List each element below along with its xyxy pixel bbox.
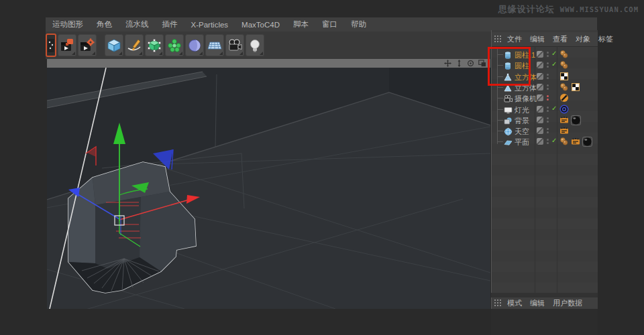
background-object-icon — [504, 116, 512, 124]
grip-icon — [494, 36, 502, 43]
viewport-header — [47, 59, 490, 68]
add-primitive-icon — [107, 38, 121, 53]
menu-item-5[interactable]: X-Particles — [184, 21, 235, 29]
toggle-view-icon[interactable] — [478, 60, 486, 67]
tool-mograph[interactable] — [58, 34, 76, 56]
layer-toggle[interactable] — [537, 127, 543, 134]
am-menu-1[interactable]: 模式 — [503, 298, 526, 308]
menu-bar: 运动图形角色流水线插件X-ParticlesMaxToC4D脚本窗口帮助 — [46, 17, 597, 31]
tag-phong-icon[interactable] — [559, 60, 569, 70]
menu-item-7[interactable]: 脚本 — [286, 19, 315, 29]
tool-spline-tools[interactable] — [125, 34, 144, 56]
visibility-dots[interactable] — [547, 73, 550, 80]
om-menu-1[interactable]: 文件 — [503, 34, 526, 44]
visibility-dots[interactable] — [547, 62, 550, 69]
site-url: WWW.MISSYUAN.COM — [560, 5, 639, 13]
tool-light[interactable] — [246, 34, 264, 56]
toolbar — [46, 31, 491, 59]
grip-icon — [494, 299, 502, 307]
tool-active-tool[interactable] — [46, 34, 56, 57]
layer-toggle[interactable] — [537, 84, 543, 90]
visibility-dots[interactable] — [547, 94, 550, 102]
tag-phong-icon[interactable] — [559, 137, 569, 146]
tree-stub — [497, 131, 503, 131]
visibility-dots[interactable] — [547, 127, 550, 135]
light-icon — [248, 38, 262, 53]
tag-checker-icon[interactable] — [559, 72, 569, 81]
object-name[interactable]: 摄像机 — [515, 94, 537, 104]
tool-generators[interactable] — [145, 34, 164, 56]
dolly-icon[interactable] — [455, 60, 463, 67]
menu-item-4[interactable]: 插件 — [156, 19, 184, 29]
tag-film-icon[interactable] — [559, 126, 569, 135]
visibility-dots[interactable] — [547, 51, 550, 58]
om-menu-5[interactable]: 标签 — [594, 34, 617, 44]
object-name[interactable]: 平面 — [515, 137, 529, 147]
menu-item-3[interactable]: 流水线 — [119, 19, 156, 29]
object-row-背景[interactable]: 背景 — [492, 115, 598, 125]
object-row-平面[interactable]: 平面✓ — [492, 136, 598, 147]
tool-add-primitive[interactable] — [105, 34, 123, 56]
object-row-灯光[interactable]: 灯光✓ — [492, 104, 598, 115]
om-menu-3[interactable]: 查看 — [549, 34, 572, 44]
pan-icon[interactable] — [444, 60, 451, 67]
rotate-icon[interactable] — [467, 60, 474, 67]
layer-toggle[interactable] — [537, 138, 543, 145]
menu-item-6[interactable]: MaxToC4D — [235, 21, 286, 29]
tag-material-icon[interactable] — [571, 115, 580, 125]
visibility-dots[interactable] — [547, 84, 550, 91]
tag-phong-icon[interactable] — [559, 82, 569, 92]
enabled-check-icon[interactable]: ✓ — [551, 60, 557, 68]
layer-toggle[interactable] — [537, 62, 543, 68]
menu-item-2[interactable]: 角色 — [90, 19, 119, 29]
menu-item-8[interactable]: 窗口 — [315, 19, 344, 29]
layer-toggle[interactable] — [537, 106, 543, 113]
object-row-摄像机[interactable]: 摄像机 — [492, 92, 598, 103]
layer-toggle[interactable] — [537, 94, 543, 101]
tag-nocam-icon[interactable] — [559, 93, 569, 103]
visibility-dots[interactable] — [547, 106, 550, 113]
tree-stub — [497, 87, 503, 88]
camera-object-icon — [504, 94, 512, 102]
menu-item-1[interactable]: 运动图形 — [46, 19, 90, 29]
spline-tools-icon — [127, 38, 142, 53]
enabled-check-icon[interactable]: ✓ — [551, 50, 557, 57]
active-tool-icon — [48, 38, 54, 54]
object-row-天空[interactable]: 天空 — [492, 125, 598, 136]
tool-mograph-effector[interactable] — [78, 34, 97, 56]
am-menu-2[interactable]: 编辑 — [526, 298, 549, 308]
object-manager-menu: 文件编辑查看对象标签 — [492, 32, 598, 47]
tag-material-icon[interactable] — [582, 137, 592, 146]
attribute-manager-menu: 模式编辑用户数据 — [491, 297, 598, 309]
visibility-dots[interactable] — [547, 138, 550, 145]
layer-toggle[interactable] — [537, 51, 543, 58]
visibility-dots[interactable] — [547, 117, 550, 124]
layer-toggle[interactable] — [537, 73, 543, 80]
tool-camera[interactable] — [225, 34, 244, 56]
tag-target-icon[interactable] — [559, 105, 569, 114]
viewport-scene[interactable] — [47, 68, 490, 309]
tool-mograph-array[interactable] — [165, 34, 184, 56]
layer-toggle[interactable] — [537, 117, 543, 123]
tool-deformers[interactable] — [185, 34, 204, 56]
am-menu-3[interactable]: 用户数据 — [549, 298, 586, 308]
tree-stub — [497, 98, 503, 98]
tag-checker-icon[interactable] — [571, 82, 580, 92]
enabled-check-icon[interactable]: ✓ — [551, 105, 557, 112]
enabled-check-icon[interactable]: ✓ — [551, 137, 557, 144]
tag-film-icon[interactable] — [571, 137, 580, 146]
sky-object-icon — [504, 127, 512, 135]
object-name[interactable]: 天空 — [515, 127, 529, 137]
object-name[interactable]: 灯光 — [515, 105, 529, 115]
mograph-array-icon — [167, 38, 182, 53]
tag-film-icon[interactable] — [559, 115, 569, 125]
deformers-icon — [187, 38, 202, 53]
environment-icon — [207, 38, 222, 53]
tag-phong-icon[interactable] — [559, 50, 569, 59]
tool-environment[interactable] — [205, 34, 224, 56]
om-menu-2[interactable]: 编辑 — [526, 34, 549, 44]
menu-item-9[interactable]: 帮助 — [344, 19, 373, 29]
object-name[interactable]: 背景 — [515, 116, 529, 126]
viewport[interactable] — [47, 59, 490, 309]
om-menu-4[interactable]: 对象 — [572, 34, 594, 44]
